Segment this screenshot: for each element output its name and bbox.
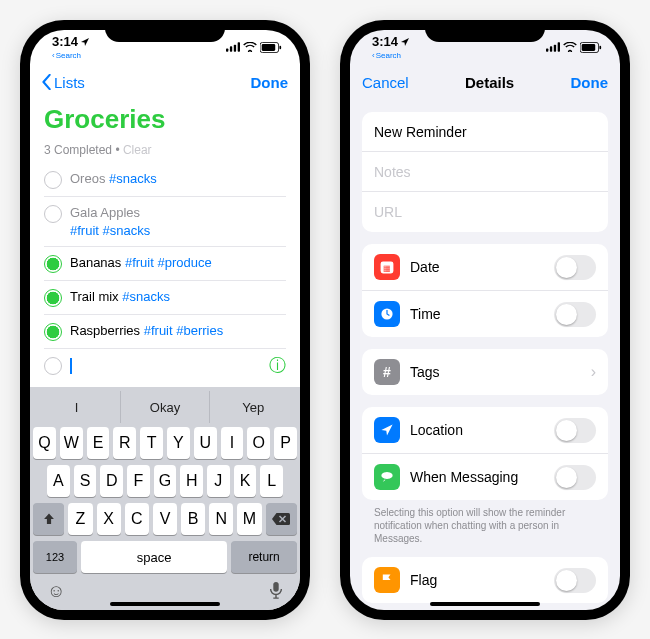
reminder-item[interactable]: Trail mix #snacks bbox=[44, 281, 286, 315]
svg-rect-17 bbox=[554, 45, 556, 52]
messaging-row[interactable]: When Messaging bbox=[362, 454, 608, 500]
nav-done-button[interactable]: Done bbox=[251, 74, 289, 91]
key-row-1: QWERTYUIOP bbox=[33, 427, 297, 459]
tags-row[interactable]: # Tags › bbox=[362, 349, 608, 395]
svg-rect-20 bbox=[582, 44, 596, 51]
location-toggle[interactable] bbox=[554, 418, 596, 443]
flag-group: Flag bbox=[362, 557, 608, 603]
space-key[interactable]: space bbox=[81, 541, 227, 573]
reminder-item[interactable]: Gala Apples#fruit #snacks bbox=[44, 197, 286, 247]
list-title: Groceries bbox=[44, 104, 286, 135]
key[interactable]: M bbox=[237, 503, 261, 535]
location-messaging-group: Location When Messaging bbox=[362, 407, 608, 500]
details-content[interactable]: New Reminder Notes URL ▦ Date Time # bbox=[350, 100, 620, 610]
messaging-toggle[interactable] bbox=[554, 465, 596, 490]
key[interactable]: U bbox=[194, 427, 217, 459]
time-row[interactable]: Time bbox=[362, 291, 608, 337]
key[interactable]: D bbox=[100, 465, 123, 497]
key[interactable]: B bbox=[181, 503, 205, 535]
key[interactable]: I bbox=[221, 427, 244, 459]
signal-icon bbox=[226, 42, 240, 52]
numbers-key[interactable]: 123 bbox=[33, 541, 77, 573]
emoji-key[interactable]: ☺ bbox=[47, 581, 65, 604]
info-icon[interactable]: ⓘ bbox=[269, 354, 286, 377]
breadcrumb-back[interactable]: ‹ Search bbox=[52, 52, 81, 60]
status-right bbox=[226, 42, 282, 53]
date-toggle[interactable] bbox=[554, 255, 596, 280]
title-field[interactable]: New Reminder bbox=[362, 112, 608, 152]
details-screen: 3:14 ‹ Search Cancel Details Done New Re… bbox=[350, 30, 620, 610]
nav-bar: Cancel Details Done bbox=[350, 64, 620, 100]
suggestion[interactable]: Yep bbox=[210, 391, 297, 423]
suggestion[interactable]: I bbox=[33, 391, 121, 423]
new-reminder-row[interactable]: ⓘ bbox=[44, 349, 286, 382]
url-field[interactable]: URL bbox=[362, 192, 608, 232]
shift-key[interactable] bbox=[33, 503, 64, 535]
svg-rect-0 bbox=[226, 49, 228, 52]
key[interactable]: X bbox=[97, 503, 121, 535]
key[interactable]: G bbox=[154, 465, 177, 497]
delete-key[interactable] bbox=[266, 503, 297, 535]
key[interactable]: O bbox=[247, 427, 270, 459]
svg-rect-21 bbox=[599, 45, 601, 48]
nav-back-button[interactable]: Lists bbox=[42, 74, 85, 91]
home-indicator[interactable] bbox=[110, 602, 220, 606]
reminder-item[interactable]: Oreos #snacks bbox=[44, 163, 286, 197]
key[interactable]: R bbox=[113, 427, 136, 459]
reminder-item[interactable]: Raspberries #fruit #berries bbox=[44, 315, 286, 349]
battery-icon bbox=[580, 42, 602, 53]
location-arrow-icon bbox=[80, 37, 90, 47]
key[interactable]: Y bbox=[167, 427, 190, 459]
suggestion-bar: I Okay Yep bbox=[33, 391, 297, 423]
key[interactable]: Q bbox=[33, 427, 56, 459]
notes-field[interactable]: Notes bbox=[362, 152, 608, 192]
location-icon bbox=[374, 417, 400, 443]
completion-circle[interactable] bbox=[44, 289, 62, 307]
key[interactable]: V bbox=[153, 503, 177, 535]
key[interactable]: Z bbox=[68, 503, 92, 535]
page-title: Details bbox=[465, 74, 514, 91]
return-key[interactable]: return bbox=[231, 541, 297, 573]
key[interactable]: P bbox=[274, 427, 297, 459]
key[interactable]: L bbox=[260, 465, 283, 497]
key[interactable]: N bbox=[209, 503, 233, 535]
key[interactable]: K bbox=[234, 465, 257, 497]
key-row-4: 123 space return bbox=[33, 541, 297, 573]
flag-row[interactable]: Flag bbox=[362, 557, 608, 603]
reminder-item[interactable]: Bananas #fruit #produce bbox=[44, 247, 286, 281]
suggestion[interactable]: Okay bbox=[121, 391, 209, 423]
completion-circle[interactable] bbox=[44, 255, 62, 273]
breadcrumb-back[interactable]: ‹ Search bbox=[372, 52, 401, 60]
clear-button[interactable]: Clear bbox=[123, 143, 152, 157]
completion-circle[interactable] bbox=[44, 323, 62, 341]
home-indicator[interactable] bbox=[430, 602, 540, 606]
key[interactable]: W bbox=[60, 427, 83, 459]
cancel-button[interactable]: Cancel bbox=[362, 74, 409, 91]
key[interactable]: F bbox=[127, 465, 150, 497]
battery-icon bbox=[260, 42, 282, 53]
svg-rect-6 bbox=[279, 45, 281, 48]
completed-summary[interactable]: 3 Completed • Clear bbox=[44, 143, 286, 157]
flag-icon bbox=[374, 567, 400, 593]
notch bbox=[425, 20, 545, 42]
date-row[interactable]: ▦ Date bbox=[362, 244, 608, 291]
tags-group: # Tags › bbox=[362, 349, 608, 395]
hash-icon: # bbox=[374, 359, 400, 385]
completion-circle[interactable] bbox=[44, 357, 62, 375]
key[interactable]: S bbox=[74, 465, 97, 497]
key[interactable]: E bbox=[87, 427, 110, 459]
key[interactable]: A bbox=[47, 465, 70, 497]
nav-done-button[interactable]: Done bbox=[571, 74, 609, 91]
mic-key[interactable] bbox=[269, 581, 283, 604]
completion-circle[interactable] bbox=[44, 171, 62, 189]
key[interactable]: J bbox=[207, 465, 230, 497]
svg-rect-14 bbox=[273, 582, 278, 592]
key[interactable]: H bbox=[180, 465, 203, 497]
flag-toggle[interactable] bbox=[554, 568, 596, 593]
completion-circle[interactable] bbox=[44, 205, 62, 223]
key[interactable]: C bbox=[125, 503, 149, 535]
location-row[interactable]: Location bbox=[362, 407, 608, 454]
key[interactable]: T bbox=[140, 427, 163, 459]
nav-bar: Lists Done bbox=[30, 64, 300, 100]
time-toggle[interactable] bbox=[554, 302, 596, 327]
